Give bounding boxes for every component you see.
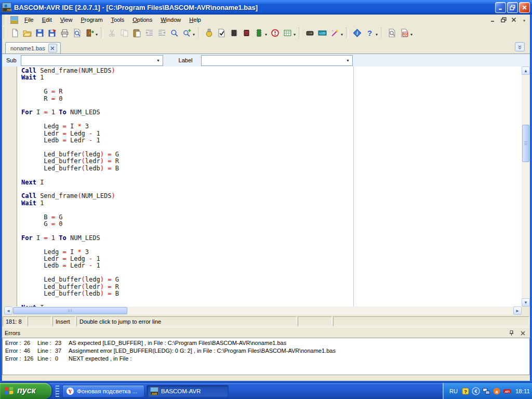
taskbar-task-yandex[interactable]: YФоновая подсветка ... xyxy=(62,385,144,397)
menubar-grip[interactable] xyxy=(4,15,6,25)
mdi-minimize-button[interactable] xyxy=(489,17,497,23)
errors-close-icon[interactable] xyxy=(518,329,527,337)
dropdown-arrow-icon[interactable]: ▾ xyxy=(96,29,98,37)
pdf-export-button[interactable]: PDF xyxy=(398,26,410,39)
print-preview-button[interactable] xyxy=(71,26,83,39)
code-text[interactable]: Call Send_frame(NUM_LEDS)Wait 1 G = R R … xyxy=(21,68,119,307)
pin-grid-button[interactable] xyxy=(281,26,294,39)
tray-question-icon[interactable]: ? xyxy=(461,387,470,395)
quick-launch-grip[interactable] xyxy=(56,385,59,397)
new-file-button[interactable] xyxy=(8,26,21,39)
language-indicator[interactable]: RU xyxy=(448,388,459,395)
save-file-button[interactable] xyxy=(33,26,46,39)
exit-button[interactable] xyxy=(83,26,96,39)
tab-close-icon[interactable] xyxy=(48,44,57,52)
toolbar-grip[interactable] xyxy=(299,28,301,38)
dropdown-arrow-icon[interactable]: ▾ xyxy=(265,29,267,37)
save-as-button[interactable] xyxy=(46,26,58,39)
help-button[interactable]: ? xyxy=(363,26,376,39)
document-icon[interactable] xyxy=(10,16,18,24)
horizontal-scrollbar[interactable]: ◄ ► xyxy=(4,307,522,315)
menu-overflow-chevron-icon[interactable]: ▾ xyxy=(521,16,528,24)
tab-list-chevron-icon[interactable] xyxy=(515,42,525,51)
restore-button[interactable] xyxy=(507,2,518,13)
mdi-restore-button[interactable] xyxy=(500,17,507,23)
report-view-button[interactable] xyxy=(385,26,398,39)
dropdown-arrow-icon[interactable]: ▾ xyxy=(410,29,413,37)
svg-text:AVR: AVR xyxy=(152,392,157,395)
cut-button[interactable] xyxy=(105,26,118,39)
menu-options[interactable]: Options xyxy=(128,16,156,24)
dropdown-arrow-icon[interactable]: ▾ xyxy=(193,29,195,37)
label-combobox[interactable]: ▼ xyxy=(201,55,353,66)
horizontal-scroll-thumb[interactable] xyxy=(13,307,127,314)
toolbar-grip[interactable] xyxy=(381,28,383,38)
minimize-button[interactable] xyxy=(495,2,506,13)
pin-icon[interactable] xyxy=(507,329,515,337)
programmer-button[interactable] xyxy=(303,26,316,39)
scroll-left-arrow-icon[interactable]: ◄ xyxy=(4,307,12,315)
error-row[interactable]: Error :126Line :0NEXT expected , in File… xyxy=(3,355,529,363)
tray-network-icon[interactable] xyxy=(482,387,490,395)
copy-button[interactable] xyxy=(118,26,130,39)
label-combobox-arrow-icon[interactable]: ▼ xyxy=(344,56,352,65)
menu-program[interactable]: Program xyxy=(76,16,107,24)
unindent-button[interactable] xyxy=(155,26,168,39)
line-label: Line : xyxy=(37,355,55,363)
toolbar-group-2: ▾ xyxy=(99,25,196,40)
simulate-button[interactable] xyxy=(240,26,252,39)
open-file-button[interactable] xyxy=(21,26,33,39)
sub-combobox[interactable]: ▼ xyxy=(21,55,163,66)
about-info-button[interactable]: i xyxy=(351,26,363,39)
code-line: Led_buffer(ledg) = G xyxy=(21,151,119,158)
scroll-right-arrow-icon[interactable]: ► xyxy=(513,307,522,315)
tab-noname1[interactable]: noname1.bas xyxy=(5,42,61,54)
taskbar-task-bascom[interactable]: AVRBASCOM-AVR xyxy=(147,385,229,397)
start-button[interactable]: пуск xyxy=(0,383,51,399)
print-button[interactable] xyxy=(58,26,71,39)
menu-help[interactable]: Help xyxy=(185,16,205,24)
error-row[interactable]: Error :26Line :23AS expected [LED_BUFFER… xyxy=(3,339,529,347)
stop-button[interactable] xyxy=(269,26,281,39)
editor-text-area[interactable]: Call Send_frame(NUM_LEDS)Wait 1 G = R R … xyxy=(17,66,522,307)
sub-combobox-arrow-icon[interactable]: ▼ xyxy=(154,56,163,65)
lcd-display-button[interactable]: LCD xyxy=(316,26,328,39)
mdi-close-button[interactable] xyxy=(510,17,517,23)
menu-edit[interactable]: Edit xyxy=(38,16,56,24)
vertical-scrollbar[interactable]: ▲ ▼ xyxy=(522,66,530,307)
code-line: Next I xyxy=(21,179,119,186)
dropdown-arrow-icon[interactable]: ▾ xyxy=(294,29,296,37)
close-button[interactable] xyxy=(519,2,530,13)
vertical-scroll-thumb[interactable] xyxy=(522,125,529,162)
menu-tools[interactable]: Tools xyxy=(107,16,129,24)
open-file-icon xyxy=(23,29,32,37)
error-row[interactable]: Error :46Line :37Assignment error [LED_B… xyxy=(3,347,529,355)
program-chip-button[interactable] xyxy=(252,26,265,39)
scroll-down-arrow-icon[interactable]: ▼ xyxy=(522,298,530,307)
tray-chevron-icon[interactable] xyxy=(472,387,480,395)
line-number: 37 xyxy=(55,347,69,355)
tray-ati-icon[interactable]: ATI xyxy=(503,387,511,395)
menu-view[interactable]: View xyxy=(56,16,77,24)
compile-button[interactable] xyxy=(203,26,215,39)
show-result-button[interactable] xyxy=(228,26,240,39)
find-button[interactable] xyxy=(168,26,180,39)
toolbar-grip[interactable] xyxy=(4,28,6,38)
indent-button[interactable] xyxy=(143,26,155,39)
toolbar-grip[interactable] xyxy=(101,28,103,38)
menu-window[interactable]: Window xyxy=(156,16,185,24)
wizard-button[interactable] xyxy=(328,26,341,39)
dropdown-arrow-icon[interactable]: ▾ xyxy=(341,29,343,37)
paste-button[interactable] xyxy=(130,26,143,39)
window-border-right xyxy=(530,15,532,383)
tray-avast-icon[interactable]: a xyxy=(493,387,501,395)
dropdown-arrow-icon[interactable]: ▾ xyxy=(376,29,378,37)
toolbar-grip[interactable] xyxy=(198,28,201,38)
menu-file[interactable]: File xyxy=(20,16,38,24)
scroll-up-arrow-icon[interactable]: ▲ xyxy=(522,66,530,75)
error-message: AS expected [LED_BUFFER] , in File : C:\… xyxy=(69,339,529,347)
error-number: 26 xyxy=(24,339,37,347)
find-next-button[interactable] xyxy=(180,26,193,39)
toolbar-grip[interactable] xyxy=(346,28,349,38)
syntax-check-button[interactable] xyxy=(215,26,228,39)
